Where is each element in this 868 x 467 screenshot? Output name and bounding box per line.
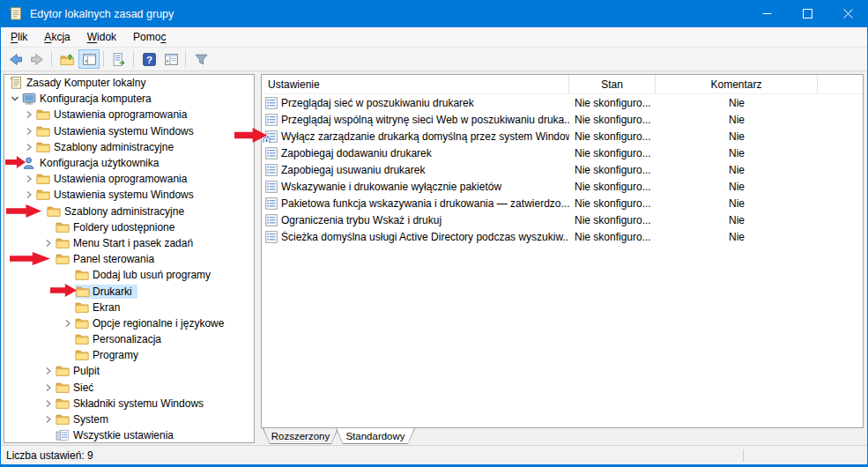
chevron-right-icon[interactable] [41, 413, 56, 426]
tree-item-foldery-udostepnione[interactable]: Foldery udostępnione [4, 219, 254, 235]
app-scroll-icon [8, 6, 23, 21]
policy-comment: Nie [656, 97, 818, 109]
maximize-button[interactable] [787, 0, 827, 27]
group-policy-editor-window: Edytor lokalnych zasad grupy Plik Akcja … [0, 0, 868, 467]
tree-item-pulpit[interactable]: Pulpit [4, 363, 254, 379]
tree-item-siec[interactable]: Sieć [4, 380, 254, 396]
policy-row[interactable]: Wskazywanie i drukowanie wyłącznie pakie… [262, 178, 863, 195]
tree-item-dodaj-lub-usun-programy[interactable]: Dodaj lub usuń programy [4, 267, 254, 283]
show-window-button[interactable] [160, 49, 182, 69]
chevron-right-icon[interactable] [41, 382, 56, 394]
back-icon [8, 52, 23, 67]
show-console-tree-icon [82, 52, 97, 67]
menu-widok[interactable]: Widok [79, 28, 124, 46]
chevron-slot [61, 269, 75, 281]
tree-item-ustawienia-systemu-windows-uzytkownik[interactable]: Ustawienia systemu Windows [4, 187, 254, 203]
tree-item-zasady-komputer-lokalny[interactable]: Zasady Komputer lokalny [4, 75, 254, 91]
policy-state: Nie skonfiguro... [569, 130, 656, 143]
tree-item-ustawienia-oprogramowania-uzytkownik[interactable]: Ustawienia oprogramowania [4, 171, 254, 187]
tree-item-opcje-regionalne-i-jezykowe[interactable]: Opcje regionalne i językowe [4, 315, 254, 331]
filter-button[interactable] [190, 49, 211, 69]
show-window-icon [164, 52, 179, 67]
tree-item-konfiguracja-komputera[interactable]: Konfiguracja komputera [4, 91, 254, 107]
chevron-right-icon[interactable] [41, 365, 56, 377]
up-one-level-button[interactable] [56, 49, 78, 69]
column-header-ustawienie[interactable]: Ustawienie [262, 75, 569, 93]
tree-item-drukarki[interactable]: Drukarki [4, 283, 254, 299]
policy-setting-icon [265, 231, 278, 243]
tree-item-system[interactable]: System [4, 411, 254, 427]
tree-item-szablony-administracyjne-komputer[interactable]: Szablony administracyjne [4, 139, 254, 155]
policy-row[interactable]: Przeglądaj sieć w poszukiwaniu drukarek … [262, 94, 863, 111]
policy-row[interactable]: Pakietowa funkcja wskazywania i drukowan… [262, 195, 863, 211]
column-header-filler [818, 75, 863, 93]
menu-plik[interactable]: Plik [3, 28, 35, 46]
tree-item-ustawienia-systemu-windows-komputer[interactable]: Ustawienia systemu Windows [4, 123, 254, 139]
tree-item-programy[interactable]: Programy [4, 347, 254, 363]
tree-item-ekran[interactable]: Ekran [4, 300, 254, 315]
policy-setting-icon [265, 114, 278, 126]
chevron-right-icon[interactable] [22, 108, 36, 121]
menu-akcja[interactable]: Akcja [36, 28, 78, 46]
chevron-right-icon[interactable] [22, 141, 36, 153]
policy-state: Nie skonfiguro... [569, 197, 656, 210]
column-header-komentarz[interactable]: Komentarz [656, 75, 818, 93]
chevron-down-icon[interactable] [8, 93, 22, 105]
window-title: Edytor lokalnych zasad grupy [30, 8, 174, 20]
tab-standardowy[interactable]: Standardowy [336, 428, 415, 444]
view-tab-strip: Rozszerzony Standardowy [261, 428, 864, 445]
minimize-button[interactable] [746, 0, 787, 27]
policy-row[interactable]: Ograniczenia trybu Wskaż i drukuj Nie sk… [262, 211, 863, 228]
folder-icon [56, 236, 70, 250]
chevron-right-icon[interactable] [41, 397, 56, 410]
help-button[interactable] [138, 49, 160, 69]
policy-comment: Nie [656, 114, 818, 126]
folder-icon [36, 188, 50, 202]
folder-icon [56, 220, 70, 234]
policy-state: Nie skonfiguro... [569, 147, 656, 159]
folder-icon [56, 381, 70, 395]
chevron-slot [61, 301, 75, 314]
folder-icon [75, 316, 89, 330]
folder-icon [36, 107, 50, 122]
tree-item-konfiguracja-uzytkownika[interactable]: Konfiguracja użytkownika [4, 155, 254, 171]
policy-row[interactable]: Zapobiegaj usuwaniu drukarek Nie skonfig… [262, 161, 863, 178]
chevron-slot [41, 429, 56, 441]
folder-icon [36, 140, 50, 154]
chevron-right-icon[interactable] [61, 317, 75, 330]
back-button[interactable] [4, 49, 26, 69]
policy-setting-icon [265, 97, 278, 109]
tree-item-skladniki-systemu-windows[interactable]: Składniki systemu Windows [4, 396, 254, 411]
export-list-button[interactable] [108, 49, 130, 69]
folder-icon [56, 252, 70, 266]
tree-item-menu-start-i-pasek-zadan[interactable]: Menu Start i pasek zadań [4, 235, 254, 251]
chevron-right-icon[interactable] [22, 125, 36, 137]
policy-comment: Nie [656, 181, 818, 193]
policy-comment: Nie [656, 214, 818, 226]
policy-state: Nie skonfiguro... [569, 114, 656, 126]
policy-comment: Nie [656, 164, 818, 176]
tree-item-personalizacja[interactable]: Personalizacja [4, 331, 254, 347]
tab-rozszerzony[interactable]: Rozszerzony [263, 428, 338, 444]
tree-item-wszystkie-ustawienia[interactable]: Wszystkie ustawienia [4, 427, 254, 443]
chevron-right-icon[interactable] [22, 189, 36, 201]
show-console-tree-button[interactable] [78, 49, 100, 69]
menu-pomoc[interactable]: Pomoc [125, 28, 174, 46]
chevron-slot [41, 221, 56, 234]
policy-row-annotated[interactable]: Wyłącz zarządzanie drukarką domyślną prz… [262, 128, 863, 145]
close-button[interactable] [827, 0, 868, 27]
policy-row[interactable]: Przeglądaj wspólną witrynę sieci Web w p… [262, 111, 863, 128]
chevron-right-icon[interactable] [22, 173, 36, 185]
folder-icon [75, 348, 89, 362]
close-icon [843, 9, 853, 19]
tree-item-ustawienia-oprogramowania-komputer[interactable]: Ustawienia oprogramowania [4, 107, 254, 122]
folder-icon [75, 268, 89, 282]
policy-row[interactable]: Zapobiegaj dodawaniu drukarek Nie skonfi… [262, 145, 863, 161]
chevron-right-icon[interactable] [41, 237, 56, 249]
tree-item-szablony-administracyjne-uzytkownik[interactable]: Szablony administracyjne [4, 204, 254, 219]
folder-icon [47, 204, 61, 219]
forward-button[interactable] [26, 49, 48, 69]
policy-row[interactable]: Ścieżka domyślna usługi Active Directory… [262, 228, 863, 245]
toolbar-separator [51, 51, 52, 67]
column-header-stan[interactable]: Stan [569, 75, 656, 93]
